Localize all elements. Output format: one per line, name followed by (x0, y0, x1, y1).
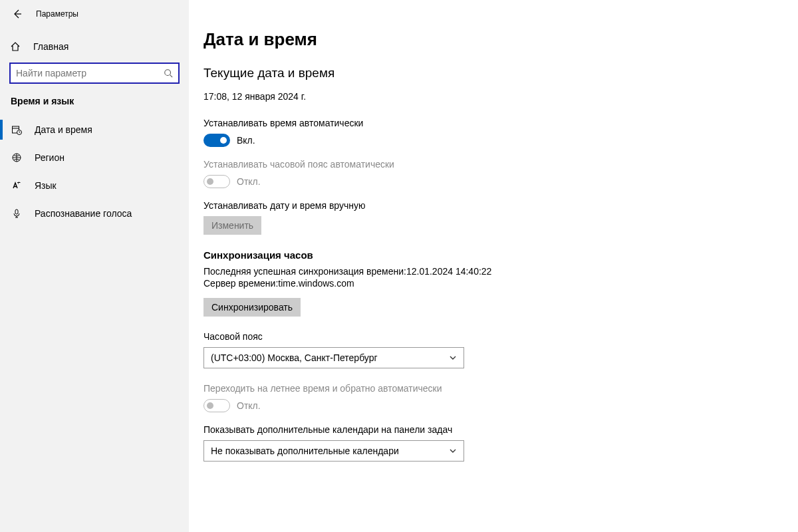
chevron-down-icon (449, 354, 457, 362)
chevron-down-icon (449, 447, 457, 455)
auto-time-label: Устанавливать время автоматически (203, 118, 798, 128)
change-datetime-button[interactable]: Изменить (203, 216, 261, 235)
main-content: Дата и время Текущие дата и время 17:08,… (189, 0, 798, 532)
nav-home[interactable]: Главная (9, 35, 180, 59)
auto-tz-toggle[interactable] (203, 175, 230, 188)
sync-server: Сервер времени:time.windows.com (203, 278, 798, 289)
calendar-clock-icon (11, 124, 23, 136)
arrow-left-icon (12, 9, 23, 19)
home-icon (9, 41, 21, 53)
sync-last-success: Последняя успешная синхронизация времени… (203, 266, 798, 277)
auto-tz-state: Откл. (237, 176, 261, 187)
manual-datetime-label: Устанавливать дату и время вручную (203, 200, 798, 211)
current-datetime-heading: Текущие дата и время (203, 66, 798, 80)
sidebar: Параметры Главная Время и язык (0, 0, 189, 532)
timezone-select[interactable]: (UTC+03:00) Москва, Санкт-Петербург (203, 347, 464, 368)
sidebar-category: Время и язык (11, 96, 180, 106)
sidebar-item-label: Распознавание голоса (35, 208, 132, 219)
sidebar-item-speech[interactable]: Распознавание голоса (9, 200, 180, 227)
sync-now-button[interactable]: Синхронизировать (203, 298, 301, 317)
svg-rect-4 (15, 209, 18, 214)
extra-calendars-label: Показывать дополнительные календари на п… (203, 424, 798, 435)
back-button[interactable] (12, 9, 23, 19)
language-icon (11, 180, 23, 192)
timezone-value: (UTC+03:00) Москва, Санкт-Петербург (211, 352, 378, 363)
sidebar-item-label: Язык (35, 180, 57, 191)
dst-state: Откл. (237, 400, 261, 411)
extra-calendars-select[interactable]: Не показывать дополнительные календари (203, 440, 464, 462)
timezone-label: Часовой пояс (203, 331, 798, 342)
window-title: Параметры (36, 9, 78, 19)
current-datetime-value: 17:08, 12 января 2024 г. (203, 91, 798, 102)
microphone-icon (11, 207, 23, 219)
sidebar-item-datetime[interactable]: Дата и время (9, 116, 180, 144)
search-icon (164, 68, 173, 78)
globe-icon (11, 152, 23, 164)
auto-time-state: Вкл. (237, 135, 255, 146)
sidebar-item-region[interactable]: Регион (9, 144, 180, 172)
extra-calendars-value: Не показывать дополнительные календари (211, 446, 399, 456)
search-input[interactable] (16, 68, 164, 78)
dst-label: Переходить на летнее время и обратно авт… (203, 383, 798, 394)
dst-toggle[interactable] (203, 399, 230, 412)
sidebar-item-label: Регион (35, 152, 65, 163)
sidebar-item-language[interactable]: Язык (9, 172, 180, 200)
auto-tz-label: Устанавливать часовой пояс автоматически (203, 159, 798, 170)
search-input-container[interactable] (9, 63, 180, 84)
sidebar-header: Параметры (0, 0, 189, 28)
page-title: Дата и время (203, 29, 798, 50)
auto-time-toggle[interactable] (203, 134, 230, 147)
sync-heading: Синхронизация часов (203, 249, 798, 261)
sidebar-item-label: Дата и время (35, 124, 92, 135)
svg-point-0 (165, 70, 171, 76)
nav-home-label: Главная (33, 41, 68, 52)
